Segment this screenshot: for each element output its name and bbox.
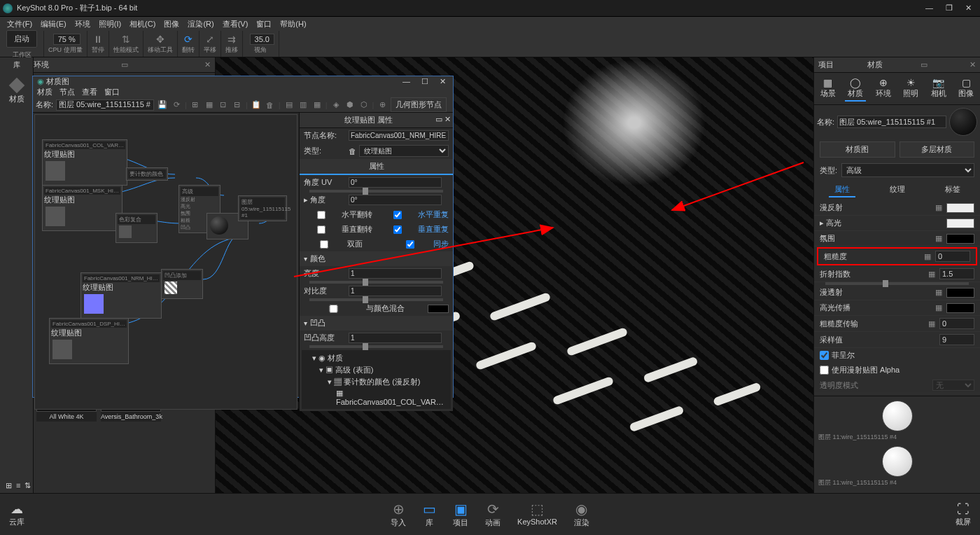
sort-icon[interactable]: ⇅ <box>24 481 31 490</box>
import-button[interactable]: ⊕导入 <box>385 498 412 531</box>
trash-icon[interactable]: 🗑 <box>349 147 356 155</box>
dside-check[interactable] <box>304 240 344 249</box>
panel-undock-icon[interactable]: ▭ <box>117 60 132 69</box>
node-bump[interactable]: 凹凸添加 <box>161 269 203 299</box>
vflip-check[interactable] <box>304 225 339 234</box>
tab-light[interactable]: ☀照明 <box>900 76 921 102</box>
prop-spec[interactable]: 高光 <box>826 218 841 227</box>
tool-icon[interactable]: ⊟ <box>232 99 243 111</box>
perf-icon[interactable]: ⇅ <box>122 34 130 45</box>
menu-render[interactable]: 渲染(R) <box>185 19 216 29</box>
tool-icon[interactable]: ⬢ <box>344 99 356 111</box>
maximize-icon[interactable]: ❐ <box>946 4 953 13</box>
tool-icon[interactable]: 💾 <box>157 99 168 111</box>
blend-check[interactable] <box>304 305 363 313</box>
dolly-icon[interactable]: ⇉ <box>227 34 236 45</box>
mg-max-icon[interactable]: ☐ <box>421 77 428 86</box>
node-graph-canvas[interactable]: FabricCanvas001_COL_VAR…纹理贴图 FabricCanva… <box>34 114 298 410</box>
roughtrans-field[interactable] <box>939 318 974 329</box>
pause-icon[interactable]: ⏸ <box>93 34 103 45</box>
tool-icon[interactable]: ⟳ <box>171 99 182 111</box>
mg-min-icon[interactable]: ― <box>402 77 410 86</box>
list-icon[interactable]: ≡ <box>16 481 20 490</box>
kxr-button[interactable]: ⬚KeyShotXR <box>512 498 563 531</box>
node-colorcomp[interactable]: 色彩复合 <box>115 213 158 243</box>
proj-undock-icon[interactable]: ▭ <box>916 60 932 69</box>
node-colorcount[interactable]: 要计数的颜色 <box>126 167 168 181</box>
lib-button[interactable]: ▭库 <box>417 498 442 531</box>
mg-close-icon[interactable]: ✕ <box>440 77 446 86</box>
angle-label[interactable]: 角度 <box>310 195 326 204</box>
node-tex3[interactable]: FabricCanvas001_NRM_HI…纹理贴图 <box>80 272 162 319</box>
tool-icon[interactable]: 📋 <box>251 99 262 111</box>
subtab-props[interactable]: 属性 <box>829 183 855 197</box>
menu-cam[interactable]: 相机(C) <box>127 19 158 29</box>
rough-field[interactable] <box>935 251 970 262</box>
mg-menu-view[interactable]: 查看 <box>82 87 97 97</box>
angle-field[interactable] <box>349 195 442 205</box>
menu-file[interactable]: 文件(F) <box>4 19 35 29</box>
tex-icon[interactable]: ▦ <box>934 203 944 212</box>
mg-menu-node[interactable]: 节点 <box>59 87 75 97</box>
menu-edit[interactable]: 编辑(E) <box>38 19 69 29</box>
tab-env[interactable]: ⊕环境 <box>873 76 894 102</box>
node-output[interactable]: 图层 05:wire_115115115 #1 <box>238 195 287 221</box>
node-tex2[interactable]: FabricCanvas001_MSK_HI…纹理贴图 <box>42 185 122 231</box>
bump-section[interactable]: 凹凸 <box>310 318 326 328</box>
persp-field[interactable]: 35.0 <box>250 34 274 45</box>
mat-tree[interactable]: ▾ ◉ 材质 ▾ ▣ 高级 (表面) ▾ ▦ 要计数的颜色 (漫反射) ▦ Fa… <box>302 350 451 409</box>
subtab-texture[interactable]: 纹理 <box>884 183 911 197</box>
tab-camera[interactable]: 📷相机 <box>928 76 949 102</box>
range-swatch[interactable] <box>946 234 974 244</box>
bumph-field[interactable] <box>349 333 442 343</box>
tool-icon[interactable]: ▤ <box>284 99 295 111</box>
bumph-slider[interactable] <box>309 345 443 348</box>
close-icon[interactable]: ✕ <box>965 4 972 13</box>
hflip-check[interactable] <box>304 211 339 219</box>
tool-icon[interactable]: ⊡ <box>218 99 229 111</box>
mini-mat-ball2[interactable] <box>882 446 913 477</box>
node-type-select[interactable]: 纹理贴图 <box>359 145 449 157</box>
menu-light[interactable]: 照明(I) <box>96 19 124 29</box>
tex-icon[interactable]: ▦ <box>923 252 932 261</box>
mg-menu-win[interactable]: 窗口 <box>104 87 120 97</box>
node-tex1[interactable]: FabricCanvas001_COL_VAR…纹理贴图 <box>42 139 127 186</box>
screenshot-button[interactable]: ⛶截屏 <box>946 502 980 527</box>
menu-help[interactable]: 帮助(H) <box>277 19 309 29</box>
tex-icon[interactable]: ▦ <box>934 234 944 243</box>
spectrans-swatch[interactable] <box>946 303 974 313</box>
diffuse-swatch[interactable] <box>946 203 974 213</box>
minimize-icon[interactable]: ― <box>925 4 933 13</box>
tool-icon[interactable]: ▦ <box>312 99 323 111</box>
mini-mat-ball[interactable] <box>882 401 913 431</box>
menu-window[interactable]: 窗口 <box>253 19 274 29</box>
tool-icon[interactable]: ⬡ <box>358 99 370 111</box>
mat-name-input[interactable] <box>837 116 946 128</box>
type-select[interactable]: 高级 <box>841 163 974 177</box>
tab-image[interactable]: ▢图像 <box>955 76 976 102</box>
mat-graph-button[interactable]: 材质图 <box>820 141 895 158</box>
tab-scene[interactable]: ▦场景 <box>818 76 839 102</box>
start-button[interactable]: 启动 <box>6 30 37 48</box>
flip-icon[interactable]: ⟳ <box>184 34 192 45</box>
tool-icon[interactable]: ⊕ <box>377 99 388 111</box>
pin-icon[interactable]: ▭ ✕ <box>435 115 451 124</box>
cpu-pct[interactable]: 75 % <box>53 34 80 45</box>
ior-slider[interactable] <box>825 282 969 285</box>
project-button[interactable]: ▣项目 <box>447 498 474 531</box>
render-button[interactable]: ◉渲染 <box>568 498 595 531</box>
tool-icon[interactable]: ⊞ <box>190 99 201 111</box>
blend-swatch[interactable] <box>428 305 449 313</box>
proj-close-icon[interactable]: ✕ <box>965 60 980 69</box>
menu-img[interactable]: 图像 <box>161 19 182 29</box>
angleuv-field[interactable] <box>349 177 442 188</box>
lum-slider[interactable] <box>309 281 443 284</box>
pan-icon[interactable]: ⤢ <box>206 34 214 45</box>
contrast-slider[interactable] <box>309 298 443 301</box>
alpha-checkbox[interactable] <box>820 366 829 375</box>
tool-icon[interactable]: ◈ <box>330 99 342 111</box>
panel-close-icon[interactable]: ✕ <box>200 60 215 69</box>
tool-icon[interactable]: 🗑 <box>265 99 276 111</box>
geom-button[interactable]: 几何图形节点 <box>391 97 447 112</box>
tex-icon[interactable]: ▦ <box>927 270 937 279</box>
